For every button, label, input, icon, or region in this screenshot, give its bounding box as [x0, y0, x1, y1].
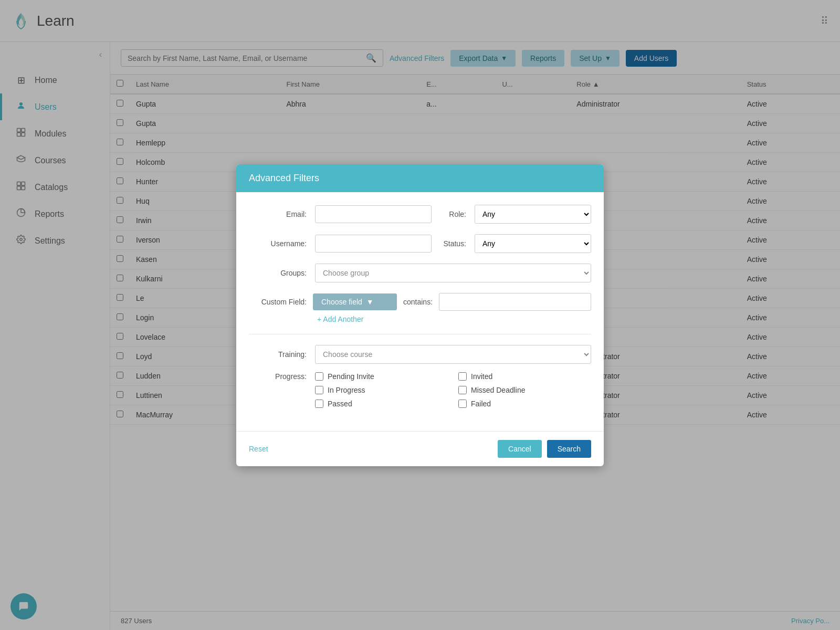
- progress-option-failed: Failed: [458, 400, 591, 408]
- contains-label: contains:: [403, 298, 433, 306]
- choose-field-arrow: ▼: [366, 298, 374, 306]
- status-label: Status:: [440, 239, 466, 248]
- custom-field-row: Custom Field: Choose field ▼ contains:: [249, 293, 591, 311]
- pending-invite-checkbox[interactable]: [315, 372, 323, 381]
- progress-option-invited: Invited: [458, 372, 591, 381]
- pending-invite-label: Pending Invite: [328, 372, 374, 381]
- invited-label: Invited: [471, 372, 492, 381]
- divider: [249, 334, 591, 334]
- invited-checkbox[interactable]: [458, 372, 467, 381]
- progress-options: Pending Invite Invited In Progress Misse…: [315, 372, 591, 408]
- modal-overlay[interactable]: Advanced Filters Email: Role: Any Admini…: [0, 0, 840, 630]
- groups-label: Groups:: [249, 269, 307, 277]
- username-status-row: Username: Status: Any Active Inactive: [249, 234, 591, 253]
- choose-field-label: Choose field: [321, 298, 362, 306]
- custom-field-label: Custom Field:: [249, 298, 307, 306]
- groups-row: Groups: Choose group: [249, 264, 591, 282]
- username-label: Username:: [249, 239, 307, 248]
- footer-buttons: Cancel Search: [498, 440, 591, 458]
- email-input[interactable]: [315, 205, 432, 223]
- email-role-row: Email: Role: Any Administrator User: [249, 205, 591, 224]
- advanced-filters-modal: Advanced Filters Email: Role: Any Admini…: [236, 164, 604, 466]
- missed-deadline-label: Missed Deadline: [471, 386, 526, 394]
- in-progress-checkbox[interactable]: [315, 386, 323, 394]
- passed-checkbox[interactable]: [315, 400, 323, 408]
- in-progress-label: In Progress: [328, 386, 365, 394]
- groups-select[interactable]: Choose group: [315, 264, 591, 282]
- progress-option-passed: Passed: [315, 400, 448, 408]
- contains-input[interactable]: [439, 293, 591, 311]
- role-select[interactable]: Any Administrator User: [475, 205, 591, 224]
- choose-field-button[interactable]: Choose field ▼: [313, 293, 397, 310]
- add-another-link[interactable]: + Add Another: [249, 315, 591, 323]
- modal-title: Advanced Filters: [249, 173, 591, 184]
- progress-row: Progress: Pending Invite Invited In Prog…: [249, 372, 591, 408]
- role-label: Role:: [440, 210, 466, 218]
- modal-footer: Reset Cancel Search: [236, 431, 604, 466]
- passed-label: Passed: [328, 400, 352, 408]
- progress-label: Progress:: [249, 372, 307, 381]
- missed-deadline-checkbox[interactable]: [458, 386, 467, 394]
- training-row: Training: Choose course: [249, 345, 591, 364]
- modal-body: Email: Role: Any Administrator User User…: [236, 192, 604, 431]
- modal-header: Advanced Filters: [236, 164, 604, 192]
- progress-option-in-progress: In Progress: [315, 386, 448, 394]
- failed-label: Failed: [471, 400, 491, 408]
- progress-option-pending-invite: Pending Invite: [315, 372, 448, 381]
- failed-checkbox[interactable]: [458, 400, 467, 408]
- cancel-button[interactable]: Cancel: [498, 440, 542, 458]
- username-input[interactable]: [315, 235, 432, 253]
- search-button[interactable]: Search: [547, 440, 591, 458]
- reset-link[interactable]: Reset: [249, 445, 268, 453]
- status-select[interactable]: Any Active Inactive: [475, 234, 591, 253]
- course-select[interactable]: Choose course: [315, 345, 591, 364]
- email-label: Email:: [249, 210, 307, 218]
- progress-option-missed-deadline: Missed Deadline: [458, 386, 591, 394]
- training-label: Training:: [249, 350, 307, 359]
